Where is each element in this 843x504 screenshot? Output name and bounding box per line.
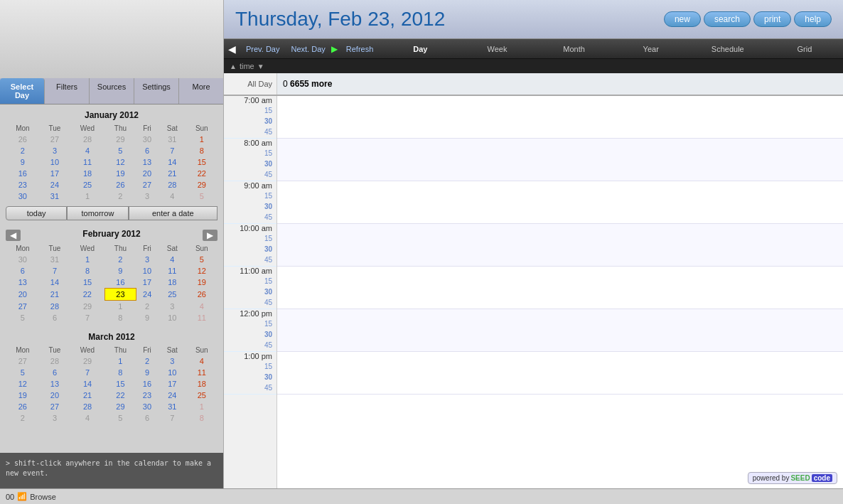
view-week-button[interactable]: Week bbox=[458, 45, 535, 53]
table-row[interactable]: 23 bbox=[6, 179, 40, 191]
table-row[interactable]: 3 bbox=[159, 355, 186, 367]
prev-day-button[interactable]: Prev. Day bbox=[240, 45, 285, 53]
table-row[interactable]: 15 bbox=[70, 277, 105, 289]
table-row[interactable]: 13 bbox=[6, 277, 40, 289]
time-up-icon[interactable]: ▲ bbox=[230, 63, 237, 70]
table-row[interactable]: 27 bbox=[6, 301, 40, 313]
table-row[interactable]: 10 bbox=[159, 312, 186, 323]
enter-date-button[interactable]: enter a date bbox=[129, 206, 218, 220]
table-row[interactable]: 10 bbox=[136, 265, 159, 277]
refresh-button[interactable]: Refresh bbox=[338, 45, 382, 53]
table-row[interactable]: 11 bbox=[70, 156, 105, 168]
table-row[interactable]: 11 bbox=[159, 265, 186, 277]
table-row[interactable]: 4 bbox=[186, 301, 218, 313]
table-row[interactable]: 9 bbox=[105, 265, 136, 277]
event-row-1[interactable] bbox=[277, 352, 843, 395]
table-row[interactable]: 18 bbox=[159, 277, 186, 289]
table-row[interactable]: 17 bbox=[159, 378, 186, 390]
table-row[interactable]: 25 bbox=[159, 289, 186, 301]
table-row[interactable]: 19 bbox=[6, 390, 40, 401]
table-row[interactable]: 9 bbox=[136, 367, 159, 378]
table-row[interactable]: 29 bbox=[105, 134, 136, 145]
table-row[interactable]: 3 bbox=[159, 301, 186, 313]
help-button[interactable]: help bbox=[794, 11, 832, 27]
new-button[interactable]: new bbox=[664, 11, 701, 27]
table-row[interactable]: 24 bbox=[159, 390, 186, 401]
table-row[interactable]: 30 bbox=[6, 254, 40, 265]
table-row[interactable]: 19 bbox=[186, 277, 218, 289]
table-row[interactable]: 9 bbox=[136, 312, 159, 323]
table-row[interactable]: 21 bbox=[70, 390, 105, 401]
table-row[interactable]: 4 bbox=[70, 412, 105, 424]
table-row[interactable]: 2 bbox=[105, 191, 136, 202]
table-row[interactable]: 8 bbox=[105, 367, 136, 378]
table-row[interactable]: 21 bbox=[159, 168, 186, 179]
table-row[interactable]: 2 bbox=[105, 254, 136, 265]
feb-prev-button[interactable]: ◀ bbox=[6, 230, 21, 241]
table-row[interactable]: 3 bbox=[136, 254, 159, 265]
table-row[interactable]: 29 bbox=[70, 301, 105, 313]
table-row[interactable]: 1 bbox=[186, 134, 218, 145]
table-row[interactable]: 27 bbox=[136, 179, 159, 191]
tab-select-day[interactable]: Select Day bbox=[0, 78, 45, 104]
table-row[interactable]: 7 bbox=[159, 145, 186, 156]
table-row[interactable]: 8 bbox=[186, 412, 218, 424]
table-row[interactable]: 11 bbox=[186, 312, 218, 323]
table-row[interactable]: 26 bbox=[6, 401, 40, 412]
table-row[interactable]: 29 bbox=[70, 355, 105, 367]
table-row[interactable]: 14 bbox=[70, 378, 105, 390]
table-row[interactable]: 27 bbox=[40, 401, 70, 412]
table-row[interactable]: 5 bbox=[105, 412, 136, 424]
event-row-9[interactable] bbox=[277, 181, 843, 224]
table-row[interactable]: 14 bbox=[40, 277, 70, 289]
table-row[interactable]: 1 bbox=[70, 191, 105, 202]
table-row[interactable]: 1 bbox=[105, 301, 136, 313]
table-row[interactable]: 12 bbox=[6, 378, 40, 390]
table-row[interactable]: 25 bbox=[70, 179, 105, 191]
table-row[interactable]: 8 bbox=[70, 265, 105, 277]
table-row[interactable]: 8 bbox=[105, 312, 136, 323]
event-row-11[interactable] bbox=[277, 267, 843, 309]
table-row[interactable]: 13 bbox=[136, 156, 159, 168]
table-row[interactable]: 15 bbox=[186, 156, 218, 168]
table-row[interactable]: 3 bbox=[40, 145, 70, 156]
table-row[interactable]: 5 bbox=[105, 145, 136, 156]
table-row[interactable]: 27 bbox=[40, 134, 70, 145]
table-row[interactable]: 30 bbox=[6, 191, 40, 202]
tab-filters[interactable]: Filters bbox=[45, 78, 90, 104]
table-row[interactable]: 13 bbox=[40, 378, 70, 390]
table-row[interactable]: 12 bbox=[186, 265, 218, 277]
view-grid-button[interactable]: Grid bbox=[766, 45, 843, 53]
events-column[interactable] bbox=[277, 96, 843, 504]
event-row-8[interactable] bbox=[277, 139, 843, 181]
table-row[interactable]: 17 bbox=[136, 277, 159, 289]
table-row[interactable]: 5 bbox=[186, 254, 218, 265]
tomorrow-button[interactable]: tomorrow bbox=[67, 206, 128, 220]
table-row[interactable]: 1 bbox=[70, 254, 105, 265]
table-row[interactable]: 26 bbox=[105, 179, 136, 191]
table-row[interactable]: 31 bbox=[159, 401, 186, 412]
table-row[interactable]: 22 bbox=[186, 168, 218, 179]
table-row[interactable]: 19 bbox=[105, 168, 136, 179]
table-row[interactable]: 22 bbox=[70, 289, 105, 301]
table-row[interactable]: 28 bbox=[70, 134, 105, 145]
event-row-12[interactable] bbox=[277, 309, 843, 352]
table-row[interactable]: 16 bbox=[6, 168, 40, 179]
table-row[interactable]: 31 bbox=[40, 254, 70, 265]
table-row[interactable]: 23 bbox=[136, 390, 159, 401]
table-row[interactable]: 9 bbox=[6, 156, 40, 168]
table-row[interactable]: 8 bbox=[186, 145, 218, 156]
table-row[interactable]: 24 bbox=[40, 179, 70, 191]
view-year-button[interactable]: Year bbox=[613, 45, 689, 53]
table-row[interactable]: 26 bbox=[6, 134, 40, 145]
print-button[interactable]: print bbox=[753, 11, 791, 27]
table-row[interactable]: 6 bbox=[40, 312, 70, 323]
table-row[interactable]: 5 bbox=[186, 191, 218, 202]
tab-sources[interactable]: Sources bbox=[90, 78, 134, 104]
table-row[interactable]: 23 bbox=[105, 289, 136, 301]
table-row[interactable]: 6 bbox=[40, 367, 70, 378]
table-row[interactable]: 1 bbox=[105, 355, 136, 367]
time-down-icon[interactable]: ▼ bbox=[257, 63, 264, 70]
table-row[interactable]: 16 bbox=[136, 378, 159, 390]
table-row[interactable]: 25 bbox=[186, 390, 218, 401]
